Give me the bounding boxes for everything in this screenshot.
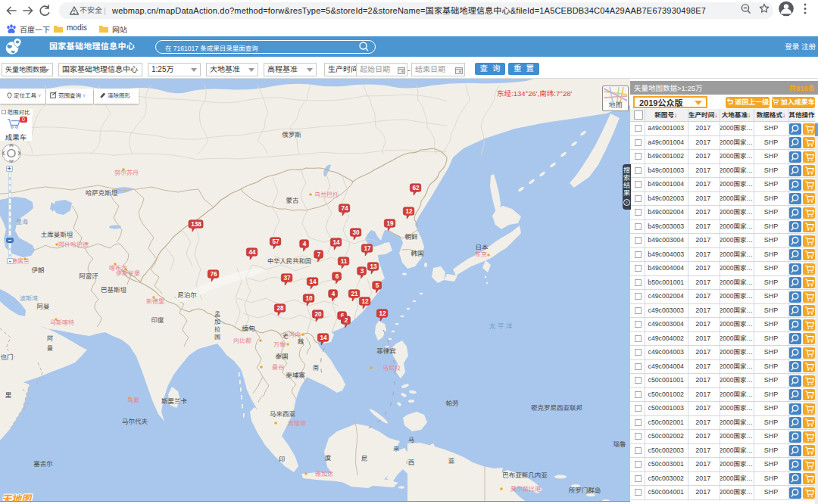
svg-text:太平洋: 太平洋	[489, 322, 514, 330]
svg-text:朝鲜: 朝鲜	[404, 233, 418, 241]
svg-text:74: 74	[341, 205, 348, 212]
svg-text:巴基斯坦: 巴基斯坦	[101, 286, 127, 294]
svg-text:印: 印	[279, 456, 286, 463]
svg-text:柬埔寨: 柬埔寨	[286, 372, 305, 379]
svg-text:马来西亚: 马来西亚	[270, 410, 296, 418]
svg-text:17: 17	[364, 245, 371, 252]
svg-text:6: 6	[336, 273, 339, 280]
svg-text:国: 国	[214, 334, 220, 341]
svg-text:塞舌尔: 塞舌尔	[33, 460, 53, 468]
svg-text:韩国: 韩国	[411, 250, 423, 257]
svg-text:菲律宾: 菲律宾	[376, 347, 396, 355]
svg-text:3: 3	[361, 268, 364, 275]
svg-text:泰国: 泰国	[275, 353, 288, 360]
svg-text:莫尔兹比港: 莫尔兹比港	[510, 486, 541, 493]
svg-text:5: 5	[376, 282, 379, 289]
svg-text:拉: 拉	[214, 326, 220, 333]
svg-text:马尼拉: 马尼拉	[382, 365, 401, 372]
svg-text:雅加达: 雅加达	[315, 471, 333, 478]
svg-text:13: 13	[370, 263, 377, 270]
svg-text:阿: 阿	[47, 335, 53, 342]
svg-text:马: 马	[408, 437, 414, 443]
svg-text:10: 10	[305, 295, 313, 302]
svg-text:伊朗: 伊朗	[31, 266, 44, 274]
svg-text:20: 20	[314, 311, 322, 318]
svg-text:12: 12	[405, 208, 413, 215]
svg-text:巴布亚新几内亚: 巴布亚新几内亚	[502, 471, 548, 479]
svg-text:孟: 孟	[214, 311, 220, 318]
svg-text:哈萨克斯坦: 哈萨克斯坦	[86, 189, 118, 197]
svg-text:76: 76	[210, 271, 217, 278]
svg-text:瑙鲁: 瑙鲁	[613, 440, 626, 448]
svg-text:老: 老	[283, 333, 289, 340]
svg-text:越: 越	[298, 338, 304, 345]
svg-text:马尔代夫: 马尔代夫	[122, 418, 148, 425]
svg-text:加: 加	[214, 319, 220, 325]
svg-text:马斯喀特: 马斯喀特	[50, 319, 74, 326]
svg-text:土库曼斯坦: 土库曼斯坦	[41, 231, 73, 238]
svg-text:也门: 也门	[0, 353, 13, 361]
svg-text:吉隆坡: 吉隆坡	[288, 420, 306, 427]
svg-text:度: 度	[325, 454, 332, 462]
svg-text:7: 7	[317, 251, 321, 258]
svg-text:曼: 曼	[47, 345, 53, 352]
svg-text:19: 19	[386, 220, 394, 227]
svg-text:东京: 东京	[475, 251, 487, 258]
svg-text:14: 14	[320, 334, 327, 341]
svg-text:万象: 万象	[273, 341, 286, 348]
svg-text:阿曼: 阿曼	[36, 303, 50, 310]
svg-text:来: 来	[393, 446, 399, 453]
svg-text:缅甸: 缅甸	[242, 325, 254, 332]
svg-text:12: 12	[379, 310, 386, 317]
svg-text:斯里兰卡: 斯里兰卡	[161, 397, 188, 405]
svg-text:里海: 里海	[16, 219, 28, 226]
svg-text:努尔苏丹: 努尔苏丹	[114, 170, 139, 176]
svg-text:尼: 尼	[361, 455, 368, 462]
svg-text:里: 里	[5, 391, 12, 399]
svg-text:44: 44	[248, 249, 256, 256]
svg-text:62: 62	[412, 185, 420, 191]
svg-text:阿富汗: 阿富汗	[79, 272, 98, 280]
svg-text:南: 南	[313, 365, 319, 372]
svg-text:所罗门群岛: 所罗门群岛	[569, 487, 601, 494]
svg-text:内比都: 内比都	[233, 338, 251, 344]
svg-text:印度: 印度	[151, 316, 164, 324]
svg-text:俄罗斯: 俄罗斯	[282, 131, 301, 138]
svg-text:密克罗尼西亚联邦: 密克罗尼西亚联邦	[531, 404, 583, 412]
svg-text:2: 2	[345, 317, 348, 324]
svg-text:12: 12	[361, 298, 369, 305]
svg-text:57: 57	[272, 238, 279, 245]
svg-text:蒙古: 蒙古	[286, 197, 299, 204]
svg-text:21: 21	[351, 291, 358, 297]
svg-text:亚: 亚	[448, 457, 455, 465]
svg-text:14: 14	[309, 278, 317, 285]
svg-text:中华人民共和国: 中华人民共和国	[267, 257, 311, 265]
svg-text:138: 138	[191, 221, 201, 228]
svg-text:伊斯兰堡: 伊斯兰堡	[116, 270, 140, 277]
svg-text:37: 37	[283, 275, 291, 282]
svg-text:波斯湾: 波斯湾	[20, 295, 38, 302]
svg-text:28: 28	[276, 305, 284, 312]
svg-text:河内: 河内	[289, 331, 301, 338]
svg-text:德黑兰: 德黑兰	[11, 258, 30, 265]
svg-text:帕劳: 帕劳	[445, 400, 458, 407]
svg-text:乌兰巴托: 乌兰巴托	[314, 191, 339, 198]
svg-text:30: 30	[352, 229, 360, 236]
svg-text:4: 4	[332, 291, 336, 297]
svg-text:日本: 日本	[475, 244, 489, 251]
svg-text:阿什哈巴德: 阿什哈巴德	[58, 241, 89, 248]
svg-text:4: 4	[303, 241, 307, 247]
svg-text:11: 11	[341, 258, 348, 265]
svg-text:尼泊尔: 尼泊尔	[177, 291, 197, 299]
svg-text:西: 西	[408, 459, 415, 466]
svg-text:马累: 马累	[127, 397, 139, 404]
svg-text:曼谷: 曼谷	[272, 364, 284, 371]
svg-text:14: 14	[333, 239, 340, 246]
svg-text:新德里: 新德里	[146, 298, 164, 305]
